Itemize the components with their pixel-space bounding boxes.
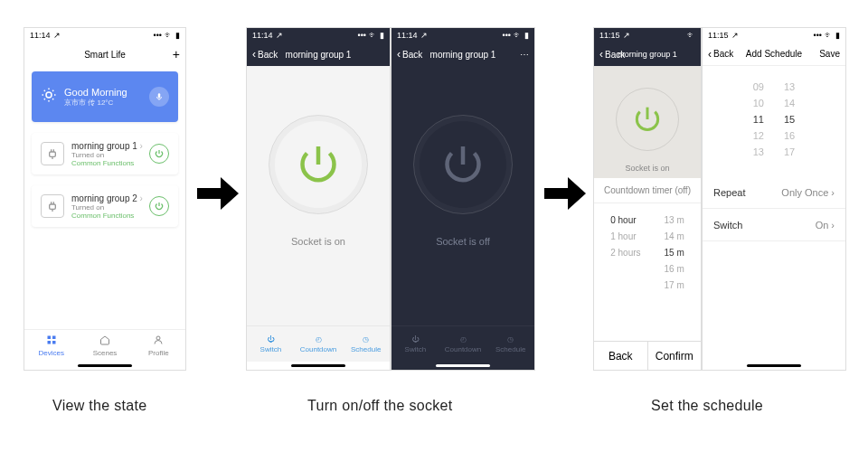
- picker-min: 16: [784, 127, 795, 144]
- power-button[interactable]: [269, 115, 368, 214]
- device-name: morning group 2: [71, 193, 137, 203]
- status-time: 11:15: [599, 31, 620, 40]
- svg-marker-27: [221, 177, 239, 210]
- device-power-button[interactable]: [149, 144, 169, 164]
- power-button[interactable]: [616, 88, 679, 151]
- svg-rect-22: [52, 336, 56, 340]
- status-bar: 11:15↗ ᯤ: [594, 28, 701, 42]
- status-bar: 11:14↗ •••ᯤ▮: [24, 28, 185, 42]
- svg-line-8: [52, 90, 53, 91]
- weather-card[interactable]: Good Morning 京市市 传 12°C: [32, 71, 178, 122]
- picker-min: 14: [784, 95, 795, 111]
- caption-2: Turn on/off the socket: [307, 398, 452, 414]
- device-row[interactable]: morning group 2 › Turned on Common Funct…: [32, 185, 178, 227]
- status-time: 11:14: [252, 31, 273, 40]
- tab-label: Switch: [405, 345, 427, 353]
- location-icon: ↗: [623, 31, 630, 40]
- save-button[interactable]: Save: [819, 49, 840, 59]
- socket-state-label: Socket is off: [436, 236, 490, 247]
- back-label: Back: [258, 50, 278, 60]
- signal-icon: •••: [358, 31, 366, 40]
- weather-sub: 京市市 传 12°C: [64, 98, 127, 108]
- countdown-title: Countdown timer (off): [594, 178, 701, 203]
- battery-icon: ▮: [835, 31, 840, 40]
- svg-line-5: [44, 90, 45, 91]
- status-bar: 11:15↗ •••ᯤ▮: [703, 28, 845, 42]
- socket-state-label: Socket is on: [291, 236, 345, 247]
- picker-min: 15: [784, 111, 795, 127]
- status-bar: 11:14↗ •••ᯤ▮: [247, 28, 390, 42]
- svg-rect-16: [50, 204, 56, 209]
- device-power-button[interactable]: [149, 196, 169, 216]
- tab-schedule[interactable]: ◷Schedule: [342, 326, 390, 362]
- plug-icon: [41, 194, 64, 218]
- tab-countdown[interactable]: ◴Countdown: [439, 326, 487, 362]
- bottom-nav: Devices Scenes Profile: [24, 329, 185, 362]
- tab-label: Countdown: [445, 345, 481, 353]
- device-row[interactable]: morning group 1 › Turned on Common Funct…: [32, 133, 178, 174]
- svg-line-6: [52, 99, 53, 99]
- nav-bar: ‹Back morning group 1: [247, 42, 390, 66]
- tab-label: Schedule: [495, 345, 525, 353]
- tab-label: Scenes: [93, 349, 118, 357]
- add-button[interactable]: +: [173, 47, 180, 61]
- chevron-left-icon: ‹: [252, 48, 256, 61]
- status-time: 11:14: [30, 31, 51, 40]
- switch-row[interactable]: Switch On›: [703, 209, 845, 241]
- clock-icon: ◷: [363, 335, 369, 344]
- picker-min: 15 m: [665, 245, 684, 261]
- battery-icon: ▮: [380, 31, 384, 40]
- picker-hour: 1 hour: [610, 229, 636, 245]
- nav-bar: ‹Back morning group 1: [594, 42, 701, 66]
- home-indicator: [436, 364, 490, 367]
- mic-button[interactable]: [149, 87, 169, 107]
- timer-icon: ◴: [316, 335, 322, 344]
- location-icon: ↗: [731, 31, 739, 40]
- socket-panel: Socket is on ⏻Switch ◴Countdown ◷Schedul…: [247, 66, 390, 362]
- tab-countdown[interactable]: ◴Countdown: [295, 326, 343, 362]
- confirm-button[interactable]: Confirm: [647, 342, 702, 370]
- back-button[interactable]: ‹Back: [599, 48, 625, 61]
- tab-scenes[interactable]: Scenes: [78, 330, 131, 362]
- picker-min: 17: [784, 144, 795, 160]
- caption-1: View the state: [52, 398, 146, 414]
- svg-rect-26: [197, 188, 221, 199]
- tab-switch[interactable]: ⏻Switch: [247, 326, 295, 362]
- device-extra: Common Functions: [71, 212, 149, 220]
- status-time: 11:15: [708, 31, 729, 40]
- picker-min: 17 m: [665, 278, 684, 294]
- svg-rect-23: [47, 341, 51, 344]
- svg-point-0: [46, 92, 52, 98]
- back-label: Back: [605, 50, 625, 60]
- countdown-picker[interactable]: 0 hour 1 hour 2 hours 13 m 14 m 15 m 16 …: [594, 203, 701, 294]
- tab-schedule[interactable]: ◷Schedule: [486, 326, 534, 362]
- row-label: Switch: [713, 220, 742, 231]
- power-button[interactable]: [413, 115, 513, 214]
- user-icon: [153, 334, 164, 347]
- back-action-button[interactable]: Back: [594, 342, 647, 370]
- picker-hour: 11: [753, 111, 764, 127]
- tab-devices[interactable]: Devices: [24, 330, 78, 362]
- location-icon: ↗: [420, 31, 428, 40]
- svg-rect-11: [50, 152, 56, 156]
- home-icon: [99, 334, 110, 347]
- chevron-left-icon: ‹: [599, 48, 603, 61]
- back-button[interactable]: ‹Back: [252, 48, 278, 61]
- grid-icon: [46, 334, 57, 347]
- repeat-row[interactable]: Repeat Only Once›: [703, 176, 845, 209]
- location-icon: ↗: [53, 31, 61, 40]
- device-state: Turned on: [71, 151, 149, 159]
- time-picker[interactable]: 09 10 11 12 13 13 14 15 16 17: [703, 66, 845, 176]
- svg-point-25: [156, 336, 160, 340]
- back-button[interactable]: ‹Back: [708, 48, 733, 61]
- power-icon: ⏻: [267, 335, 274, 344]
- tab-switch[interactable]: ⏻Switch: [392, 326, 439, 362]
- more-button[interactable]: ⋯: [520, 50, 529, 60]
- device-state: Turned on: [71, 203, 149, 212]
- picker-hour: 10: [753, 95, 764, 111]
- back-label: Back: [713, 49, 733, 59]
- svg-rect-30: [544, 188, 568, 199]
- chevron-left-icon: ‹: [708, 48, 712, 61]
- back-button[interactable]: ‹Back: [397, 48, 422, 61]
- tab-profile[interactable]: Profile: [132, 330, 185, 362]
